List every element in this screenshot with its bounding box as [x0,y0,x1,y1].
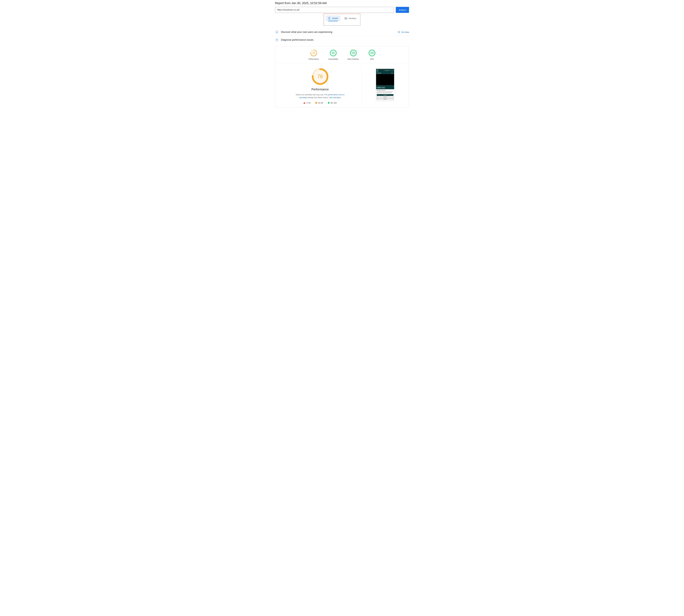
svg-point-6 [277,32,278,33]
performance-detail-row: 76 Performance Values are estimated and … [275,63,409,104]
discover-title: Discover what your real users are experi… [281,31,395,34]
square-icon [315,102,317,104]
no-data-indicator[interactable]: No Data [398,31,409,33]
shot-accept-btn: Accept All [377,94,393,96]
circle-icon [328,102,329,104]
gauge-accessibility[interactable]: 96 Accessibility [328,49,338,60]
gauge-label: SEO [370,58,374,60]
shot-tel-label: TELEPHONE [385,70,389,71]
performance-column: 76 Performance Values are estimated and … [278,68,362,104]
svg-point-5 [277,31,277,32]
legend-pass: 90–100 [328,102,337,104]
legend-pass-label: 90–100 [330,102,337,104]
url-analyze-row: Analyze [275,7,409,13]
perf-desc-mid: directly from these metrics. [307,96,329,98]
shot-cookie-heading: We value your privacy [377,90,393,91]
shot-bcorp-icon: B [377,70,378,72]
legend-fail: 0–49 [303,102,311,104]
gauge-best-practices[interactable]: 100 Best Practices [348,49,359,60]
shot-hero-image [376,74,394,85]
gauge-score: 100 [351,52,355,54]
gauge-score: 96 [332,52,335,54]
performance-big-gauge: 76 [312,68,328,85]
gauge-seo[interactable]: 100 SEO [368,49,375,60]
diagnose-section-header: Diagnose performance issues [275,36,409,44]
shot-customise-btn: Customise [377,96,393,98]
gauge-ring: 100 [368,49,375,57]
gauge-performance[interactable]: 76 Performance [309,49,319,60]
performance-description: Values are estimated and may vary. The p… [293,93,347,99]
perf-desc-prefix: Values are estimated and may vary. The [296,94,328,96]
diagnose-icon [275,38,279,42]
see-calculator-link[interactable]: See calculator. [329,96,341,98]
gauge-score: 76 [313,52,315,54]
gauge-label: Performance [309,58,319,60]
tab-mobile-label: Mobile [332,17,338,19]
report-title: Report from Jan 30, 2025, 10:52:59 AM [275,1,409,5]
device-tabs-wrap: Mobile Desktop [275,14,409,25]
triangle-icon [303,102,305,104]
diagnose-title: Diagnose performance issues [281,39,409,41]
shot-brand: Mackman [377,72,381,74]
tab-desktop[interactable]: Desktop [342,16,358,21]
tab-desktop-label: Desktop [348,17,356,19]
shot-reject-btn: Reject All [377,98,393,100]
gauge-label: Best Practices [348,58,359,60]
shot-menu: ☰ Menu [391,73,393,73]
legend-fail-label: 0–49 [306,102,311,104]
legend-average-label: 50–89 [318,102,323,104]
performance-big-score: 76 [317,74,323,80]
legend-average: 50–89 [315,102,323,104]
gauge-ring: 100 [350,49,357,57]
gauge-score: 100 [370,52,374,54]
discover-section-header: Discover what your real users are experi… [275,28,409,36]
desktop-icon [344,17,347,20]
lighthouse-panel: 76 Performance 96 Accessibility 100 Best… [275,46,409,107]
performance-heading: Performance [312,88,329,91]
url-input[interactable] [275,7,393,13]
screenshot-column: Certified B TELEPHONE 01787 388038 Mackm… [365,68,406,104]
shot-certified: Certified [377,69,379,70]
svg-rect-2 [345,17,347,19]
svg-point-12 [277,40,277,40]
shot-tagline: TOGETHER WE GROW [376,85,394,87]
gauge-ring: 96 [330,49,337,57]
score-legend: 0–49 50–89 90–100 [303,102,337,104]
shot-tel-number: 01787 388038 [389,70,393,71]
annotation-highlight-box: Mobile Desktop [324,14,360,25]
no-data-label: No Data [402,31,409,33]
gauge-ring: 76 [310,49,317,57]
page-screenshot: Certified B TELEPHONE 01787 388038 Mackm… [375,68,395,102]
shot-headline: Suffolk's Best [376,87,394,89]
discover-icon [275,30,279,34]
shot-cookie-text: We use cookies to enhance your browsing … [377,91,393,94]
gauge-label: Accessibility [328,58,338,60]
svg-point-4 [276,32,277,32]
info-icon [398,31,400,33]
score-gauges-row: 76 Performance 96 Accessibility 100 Best… [275,49,409,63]
analyze-button[interactable]: Analyze [396,7,409,13]
mobile-icon [328,17,330,20]
tab-mobile[interactable]: Mobile [326,16,340,21]
